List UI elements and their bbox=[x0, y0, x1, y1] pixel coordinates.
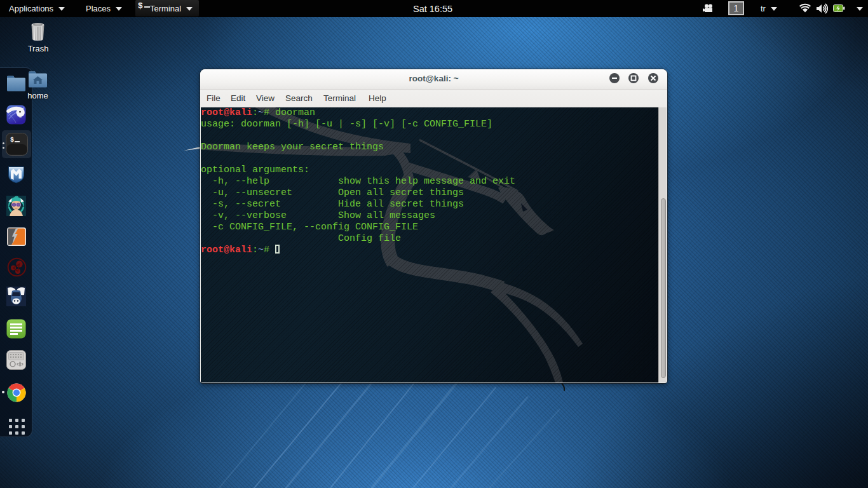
svg-text:$: $ bbox=[10, 137, 14, 144]
